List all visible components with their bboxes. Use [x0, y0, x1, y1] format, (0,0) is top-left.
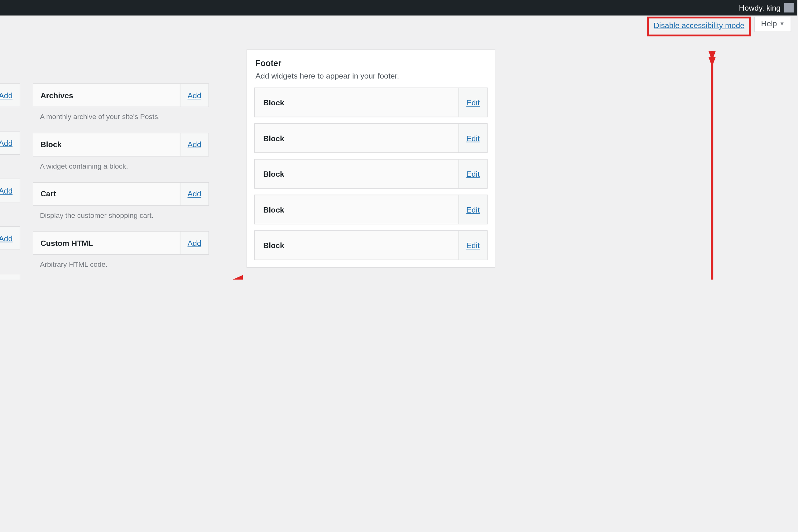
add-button[interactable]: Add [180, 84, 209, 107]
footer-block: BlockEdit [254, 195, 488, 225]
disable-accessibility-link[interactable]: Disable accessibility mode [654, 21, 744, 30]
widget-item: BlockAdd [33, 133, 209, 156]
add-button[interactable]: Add [180, 183, 209, 205]
widget-desc: Arbitrary HTML code. [33, 255, 209, 280]
widget-desc: Display the customer shopping cart. [33, 206, 209, 231]
footer-block-title: Block [255, 195, 458, 224]
edit-button[interactable]: Edit [458, 88, 487, 117]
footer-block: BlockEdit [254, 159, 488, 189]
svg-marker-1 [708, 57, 716, 67]
svg-marker-0 [708, 51, 716, 61]
widget-item: Add [0, 83, 20, 107]
admin-bar: Howdy, king [0, 0, 797, 16]
edit-button[interactable]: Edit [458, 195, 487, 224]
add-button[interactable]: Add [0, 179, 20, 202]
widget-title: Archives [33, 84, 180, 107]
footer-block-title: Block [255, 159, 458, 188]
add-button[interactable]: Add [180, 232, 209, 254]
widget-item: Add [0, 274, 20, 280]
widget-title: Cart [33, 183, 180, 205]
widget-desc-fragment [0, 107, 20, 131]
footer-block: BlockEdit [254, 88, 488, 117]
help-tab[interactable]: Help ▼ [755, 17, 792, 32]
widget-desc-fragment [0, 155, 20, 178]
screen-meta: Disable accessibility mode Help ▼ [647, 17, 791, 36]
avatar[interactable] [784, 3, 794, 13]
edit-button[interactable]: Edit [458, 159, 487, 188]
widget-desc-fragment [0, 250, 20, 274]
widget-desc: A monthly archive of your site's Posts. [33, 107, 209, 133]
footer-block: BlockEdit [254, 123, 488, 153]
add-button[interactable]: Add [180, 133, 209, 156]
widget-item: ArchivesAdd [33, 83, 209, 107]
widget-title: Block [33, 133, 180, 156]
footer-block-title: Block [255, 88, 458, 117]
svg-marker-2 [230, 275, 243, 280]
add-button[interactable]: Add [0, 274, 20, 280]
widget-item: Add [0, 226, 20, 250]
help-tab-label: Help [761, 19, 777, 28]
footer-widget-area: Footer Add widgets here to appear in you… [247, 50, 495, 268]
add-button[interactable]: Add [0, 132, 20, 154]
footer-block-title: Block [255, 124, 458, 152]
widget-item: Custom HTMLAdd [33, 231, 209, 255]
howdy-text[interactable]: Howdy, king [739, 3, 781, 13]
footer-panel-title: Footer [255, 58, 488, 68]
edit-button[interactable]: Edit [458, 124, 487, 152]
footer-panel-desc: Add widgets here to appear in your foote… [255, 71, 488, 80]
chevron-down-icon: ▼ [779, 21, 784, 26]
widget-item: Add [0, 131, 20, 155]
widget-item: CartAdd [33, 182, 209, 206]
footer-block: BlockEdit [254, 230, 488, 260]
widget-title: Custom HTML [33, 232, 180, 254]
widget-desc: A widget containing a block. [33, 156, 209, 182]
widget-item: Add [0, 178, 20, 202]
edit-button[interactable]: Edit [458, 231, 487, 260]
widget-desc-fragment [0, 202, 20, 226]
accessibility-mode-highlight: Disable accessibility mode [647, 17, 751, 36]
footer-block-title: Block [255, 231, 458, 260]
add-button[interactable]: Add [0, 227, 20, 250]
add-button[interactable]: Add [0, 84, 20, 107]
